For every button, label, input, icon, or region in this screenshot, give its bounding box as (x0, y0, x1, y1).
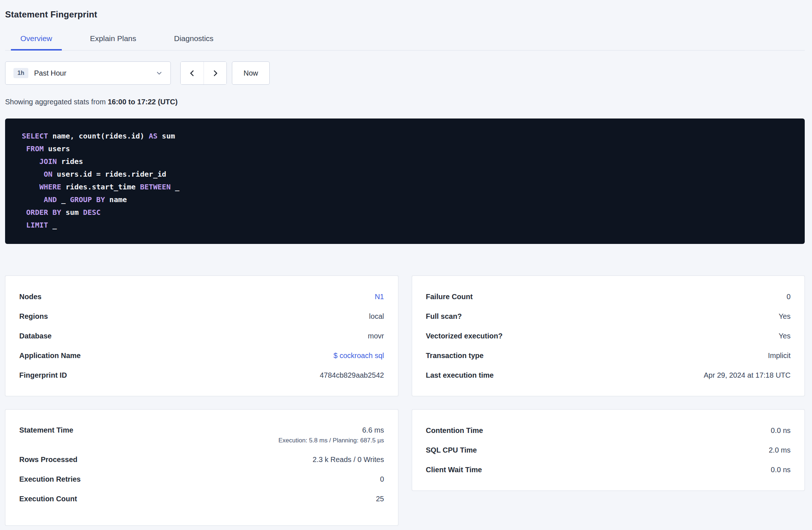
page-title: Statement Fingerprint (5, 6, 805, 30)
row-label: Database (19, 331, 52, 341)
row-value-wrap: Apr 29, 2024 at 17:18 UTC (704, 370, 791, 380)
card-row: Full scan?Yes (426, 306, 791, 326)
row-label: Last execution time (426, 370, 494, 380)
row-value: Yes (779, 312, 791, 321)
tab-bar: Overview Explain Plans Diagnostics (5, 30, 805, 51)
sql-line: AND _ GROUP BY name (22, 193, 788, 206)
row-value: 0 (787, 292, 791, 302)
time-controls: 1h Past Hour (5, 61, 805, 85)
time-range-badge: 1h (13, 68, 28, 78)
sql-line: SELECT name, count(rides.id) AS sum (22, 130, 788, 142)
row-value-wrap: Implicit (768, 351, 791, 361)
card-row: Statement Time6.6 msExecution: 5.8 ms / … (19, 421, 384, 450)
row-value: movr (368, 331, 384, 341)
sql-line: ON users.id = rides.rider_id (22, 168, 788, 181)
row-value: 4784cb829aab2542 (320, 370, 384, 380)
row-subvalue: Execution: 5.8 ms / Planning: 687.5 µs (278, 436, 384, 445)
sql-statement-box: SELECT name, count(rides.id) AS sum FROM… (5, 119, 805, 244)
card-row: Contention Time0.0 ns (426, 421, 791, 440)
row-value: 25 (376, 494, 384, 504)
row-label: Statement Time (19, 425, 73, 435)
row-label: Rows Processed (19, 455, 77, 465)
row-value-wrap: N1 (375, 292, 384, 302)
card-row: NodesN1 (19, 287, 384, 306)
row-value-wrap: 6.6 msExecution: 5.8 ms / Planning: 687.… (278, 425, 384, 445)
sql-line: ORDER BY sum DESC (22, 206, 788, 219)
card-row: Execution Count25 (19, 489, 384, 509)
row-label: Vectorized execution? (426, 331, 503, 341)
row-label: Client Wait Time (426, 465, 482, 475)
row-value-wrap: 0 (787, 292, 791, 302)
statement-fingerprint-page: Statement Fingerprint Overview Explain P… (0, 0, 812, 526)
row-value-wrap: 0.0 ns (771, 465, 791, 475)
row-value: 2.0 ms (769, 445, 791, 455)
row-value-link[interactable]: N1 (375, 292, 384, 302)
row-value-wrap: 25 (376, 494, 384, 504)
row-value-wrap: 2.3 k Reads / 0 Writes (313, 455, 384, 465)
chevron-right-icon (211, 69, 220, 77)
sql-line: FROM users (22, 142, 788, 155)
previous-interval-button[interactable] (181, 62, 204, 84)
row-value: 6.6 ms (278, 425, 384, 435)
row-label: Regions (19, 312, 48, 321)
sql-line: WHERE rides.start_time BETWEEN _ (22, 181, 788, 193)
wait-time-card: Contention Time0.0 nsSQL CPU Time2.0 msC… (412, 409, 805, 491)
row-value-wrap: 0.0 ns (771, 426, 791, 435)
card-row: Regionslocal (19, 306, 384, 326)
card-row: Databasemovr (19, 326, 384, 346)
row-label: Transaction type (426, 351, 484, 361)
aggregated-stats-prefix: Showing aggregated stats from (5, 98, 108, 106)
time-range-dropdown[interactable]: 1h Past Hour (5, 61, 171, 85)
aggregated-stats-line: Showing aggregated stats from 16:00 to 1… (5, 98, 805, 106)
statement-details-card: NodesN1RegionslocalDatabasemovrApplicati… (5, 276, 398, 396)
row-label: Application Name (19, 351, 81, 361)
card-row: Vectorized execution?Yes (426, 326, 791, 346)
card-row: Failure Count0 (426, 287, 791, 306)
row-value: Yes (779, 331, 791, 341)
row-label: Fingerprint ID (19, 370, 67, 380)
tab-explain-plans[interactable]: Explain Plans (81, 30, 146, 50)
row-value: 2.3 k Reads / 0 Writes (313, 455, 384, 465)
tab-overview[interactable]: Overview (11, 30, 62, 50)
row-value-wrap: movr (368, 331, 384, 341)
sql-line: JOIN rides (22, 155, 788, 168)
row-label: Execution Retries (19, 474, 81, 484)
row-label: SQL CPU Time (426, 445, 477, 455)
time-arrow-group (180, 61, 227, 85)
aggregated-stats-range: 16:00 to 17:22 (UTC) (108, 98, 177, 106)
card-row: Execution Retries0 (19, 469, 384, 489)
row-label: Full scan? (426, 312, 462, 321)
sql-code: SELECT name, count(rides.id) AS sum FROM… (22, 130, 788, 232)
row-value-wrap: 0 (380, 474, 384, 484)
row-label: Execution Count (19, 494, 77, 504)
row-value-wrap: 2.0 ms (769, 445, 791, 455)
row-value-wrap: local (369, 312, 384, 321)
now-button[interactable]: Now (232, 61, 270, 85)
card-row: Application Name$ cockroach sql (19, 346, 384, 365)
sql-line: LIMIT _ (22, 219, 788, 232)
next-interval-button[interactable] (204, 62, 226, 84)
timing-cards-row: Statement Time6.6 msExecution: 5.8 ms / … (5, 409, 805, 526)
card-row: Client Wait Time0.0 ns (426, 460, 791, 479)
row-value: 0.0 ns (771, 426, 791, 435)
card-row: Fingerprint ID4784cb829aab2542 (19, 365, 384, 385)
row-value: 0 (380, 474, 384, 484)
execution-attributes-card: Failure Count0Full scan?YesVectorized ex… (412, 276, 805, 396)
card-row: Last execution timeApr 29, 2024 at 17:18… (426, 365, 791, 385)
time-range-label: Past Hour (34, 69, 150, 77)
chevron-down-icon (156, 70, 162, 76)
row-label: Contention Time (426, 426, 483, 435)
card-row: Transaction typeImplicit (426, 346, 791, 365)
row-value-wrap: 4784cb829aab2542 (320, 370, 384, 380)
row-value: Apr 29, 2024 at 17:18 UTC (704, 370, 791, 380)
row-value-wrap: $ cockroach sql (334, 351, 384, 361)
row-value: local (369, 312, 384, 321)
row-value: Implicit (768, 351, 791, 361)
row-value-wrap: Yes (779, 331, 791, 341)
tab-diagnostics[interactable]: Diagnostics (165, 30, 223, 50)
card-row: Rows Processed2.3 k Reads / 0 Writes (19, 450, 384, 469)
row-value-link[interactable]: $ cockroach sql (334, 351, 384, 361)
row-label: Nodes (19, 292, 41, 302)
card-row: SQL CPU Time2.0 ms (426, 440, 791, 460)
row-label: Failure Count (426, 292, 473, 302)
